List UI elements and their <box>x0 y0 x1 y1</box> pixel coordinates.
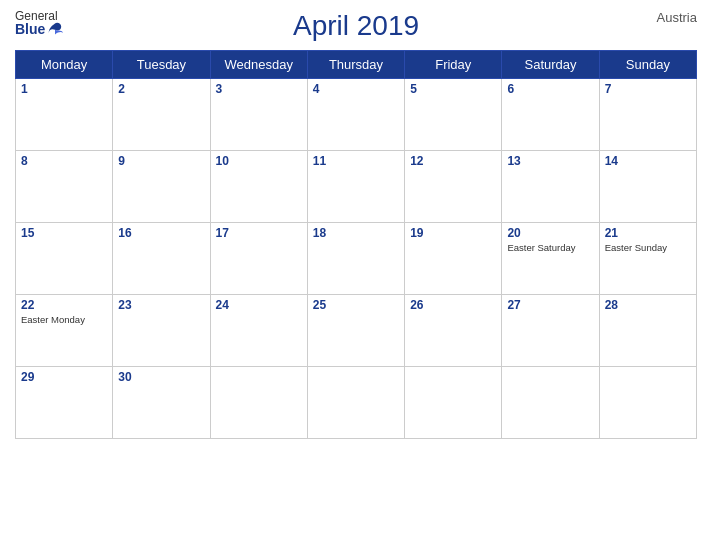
day-number: 20 <box>507 226 593 240</box>
day-number: 11 <box>313 154 399 168</box>
calendar-day-cell: 8 <box>16 151 113 223</box>
calendar-week-row: 1234567 <box>16 79 697 151</box>
holiday-name: Easter Saturday <box>507 242 593 253</box>
day-number: 10 <box>216 154 302 168</box>
day-number: 26 <box>410 298 496 312</box>
day-number: 21 <box>605 226 691 240</box>
calendar-container: General Blue April 2019 Austria Monday T… <box>0 0 712 550</box>
calendar-title: April 2019 <box>293 10 419 42</box>
day-number: 15 <box>21 226 107 240</box>
day-number: 18 <box>313 226 399 240</box>
calendar-day-cell: 14 <box>599 151 696 223</box>
calendar-week-row: 22Easter Monday232425262728 <box>16 295 697 367</box>
day-number: 17 <box>216 226 302 240</box>
calendar-day-cell <box>502 367 599 439</box>
holiday-name: Easter Sunday <box>605 242 691 253</box>
calendar-day-cell: 6 <box>502 79 599 151</box>
calendar-day-cell: 2 <box>113 79 210 151</box>
day-number: 29 <box>21 370 107 384</box>
day-number: 7 <box>605 82 691 96</box>
calendar-week-row: 891011121314 <box>16 151 697 223</box>
calendar-day-cell: 19 <box>405 223 502 295</box>
day-number: 12 <box>410 154 496 168</box>
calendar-day-cell: 4 <box>307 79 404 151</box>
day-number: 30 <box>118 370 204 384</box>
day-number: 27 <box>507 298 593 312</box>
calendar-day-cell <box>599 367 696 439</box>
day-number: 1 <box>21 82 107 96</box>
calendar-day-cell: 28 <box>599 295 696 367</box>
calendar-day-cell: 10 <box>210 151 307 223</box>
day-number: 22 <box>21 298 107 312</box>
calendar-day-cell <box>405 367 502 439</box>
calendar-day-cell: 26 <box>405 295 502 367</box>
calendar-day-cell: 5 <box>405 79 502 151</box>
calendar-day-cell <box>307 367 404 439</box>
holiday-name: Easter Monday <box>21 314 107 325</box>
day-number: 24 <box>216 298 302 312</box>
day-number: 25 <box>313 298 399 312</box>
logo: General Blue <box>15 10 63 36</box>
calendar-day-cell <box>210 367 307 439</box>
day-number: 2 <box>118 82 204 96</box>
day-number: 19 <box>410 226 496 240</box>
day-number: 5 <box>410 82 496 96</box>
calendar-day-cell: 1 <box>16 79 113 151</box>
country-label: Austria <box>657 10 697 25</box>
header-sunday: Sunday <box>599 51 696 79</box>
day-number: 14 <box>605 154 691 168</box>
calendar-body: 1234567891011121314151617181920Easter Sa… <box>16 79 697 439</box>
day-number: 13 <box>507 154 593 168</box>
calendar-day-cell: 17 <box>210 223 307 295</box>
calendar-day-cell: 30 <box>113 367 210 439</box>
calendar-day-cell: 21Easter Sunday <box>599 223 696 295</box>
header-wednesday: Wednesday <box>210 51 307 79</box>
calendar-header: General Blue April 2019 Austria <box>15 10 697 42</box>
calendar-day-cell: 9 <box>113 151 210 223</box>
calendar-day-cell: 12 <box>405 151 502 223</box>
calendar-week-row: 2930 <box>16 367 697 439</box>
calendar-day-cell: 15 <box>16 223 113 295</box>
calendar-day-cell: 22Easter Monday <box>16 295 113 367</box>
header-monday: Monday <box>16 51 113 79</box>
calendar-day-cell: 29 <box>16 367 113 439</box>
calendar-day-cell: 7 <box>599 79 696 151</box>
calendar-day-cell: 11 <box>307 151 404 223</box>
header-saturday: Saturday <box>502 51 599 79</box>
calendar-table: Monday Tuesday Wednesday Thursday Friday… <box>15 50 697 439</box>
calendar-day-cell: 25 <box>307 295 404 367</box>
calendar-day-cell: 18 <box>307 223 404 295</box>
day-number: 9 <box>118 154 204 168</box>
day-number: 3 <box>216 82 302 96</box>
header-tuesday: Tuesday <box>113 51 210 79</box>
day-number: 23 <box>118 298 204 312</box>
calendar-day-cell: 20Easter Saturday <box>502 223 599 295</box>
calendar-day-cell: 27 <box>502 295 599 367</box>
day-number: 16 <box>118 226 204 240</box>
calendar-day-cell: 3 <box>210 79 307 151</box>
calendar-day-cell: 13 <box>502 151 599 223</box>
day-number: 8 <box>21 154 107 168</box>
day-number: 4 <box>313 82 399 96</box>
logo-blue-text: Blue <box>15 22 63 36</box>
calendar-day-cell: 23 <box>113 295 210 367</box>
day-number: 6 <box>507 82 593 96</box>
day-number: 28 <box>605 298 691 312</box>
weekday-header-row: Monday Tuesday Wednesday Thursday Friday… <box>16 51 697 79</box>
calendar-week-row: 151617181920Easter Saturday21Easter Sund… <box>16 223 697 295</box>
calendar-day-cell: 16 <box>113 223 210 295</box>
calendar-day-cell: 24 <box>210 295 307 367</box>
header-friday: Friday <box>405 51 502 79</box>
logo-bird-icon <box>47 22 63 36</box>
header-thursday: Thursday <box>307 51 404 79</box>
